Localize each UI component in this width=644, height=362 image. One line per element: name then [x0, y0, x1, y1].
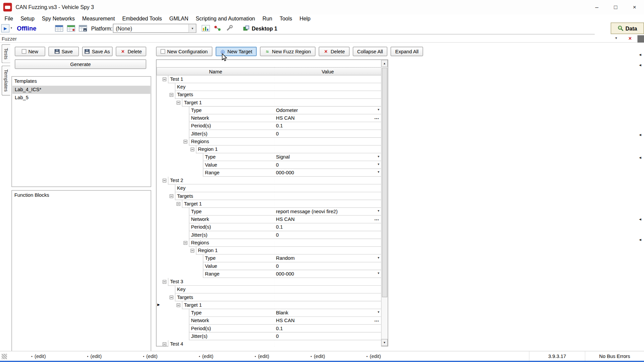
menu-gmlan[interactable]: GMLAN [166, 14, 192, 23]
grid-name-cell[interactable]: Jitter(s) [189, 333, 275, 340]
grid-name-cell[interactable]: Value [203, 262, 275, 270]
template-item-lab-5[interactable]: Lab_5 [12, 94, 150, 102]
grid-name-cell[interactable]: Jitter(s) [189, 231, 275, 239]
grid-value-cell[interactable] [274, 247, 382, 254]
grid-name-cell[interactable]: Key [175, 286, 275, 294]
button-save-as[interactable]: Save As [82, 47, 113, 56]
maximize-button[interactable]: □ [606, 0, 625, 14]
grid-name-cell[interactable]: Regions [189, 239, 275, 247]
grid-name-cell[interactable]: Type [189, 208, 275, 216]
grid-value-cell[interactable] [274, 340, 382, 347]
collapse-toggle-icon[interactable] [183, 140, 187, 143]
button-new[interactable]: New [15, 47, 45, 56]
scroll-down-button[interactable]: ▼ [381, 339, 388, 346]
collapse-toggle-icon[interactable] [170, 93, 173, 97]
grid-name-cell[interactable]: Period(s) [189, 325, 275, 333]
dropdown-arrow-icon[interactable]: ▼ [377, 155, 380, 158]
grid-name-cell[interactable]: Test 4 [168, 340, 275, 347]
grid-value-cell[interactable] [274, 301, 382, 309]
collapse-toggle-icon[interactable] [177, 202, 180, 206]
grid-name-cell[interactable]: Type [203, 255, 275, 262]
dock-left-arrow-icon[interactable]: ◀ [639, 64, 641, 67]
collapse-toggle-icon[interactable] [170, 194, 173, 198]
grid-value-cell[interactable] [274, 145, 382, 153]
template-item-lab-4-ics[interactable]: Lab_4_ICS* [12, 86, 150, 94]
grid-value-cell[interactable]: 0 [274, 262, 382, 270]
grid-name-cell[interactable]: Key [175, 83, 275, 91]
setup-hardware-button[interactable] [224, 23, 235, 33]
menu-embedded-tools[interactable]: Embedded Tools [118, 14, 165, 23]
collapse-toggle-icon[interactable] [163, 77, 166, 81]
column-header-value[interactable]: Value [274, 67, 382, 75]
tab-templates[interactable]: Templates [2, 66, 10, 96]
grid-value-cell[interactable] [274, 239, 382, 247]
ellipsis-button[interactable]: … [374, 317, 380, 322]
menu-run[interactable]: Run [259, 14, 276, 23]
run-options-caret-icon[interactable]: ▾ [11, 26, 12, 29]
spy-networks-grid-button[interactable] [54, 23, 64, 33]
grid-value-cell[interactable]: 0.1 [274, 122, 382, 130]
grid-name-cell[interactable]: Network [189, 317, 275, 324]
grid-value-cell[interactable]: 0.1 [274, 325, 382, 333]
collapse-toggle-icon[interactable] [163, 280, 166, 284]
platform-dropdown-arrow-icon[interactable]: ▼ [189, 24, 196, 32]
grid-value-cell[interactable]: 000-000▼ [274, 169, 382, 177]
dock-left-arrow-icon[interactable]: ◀ [639, 156, 641, 160]
collapse-toggle-icon[interactable] [170, 296, 173, 299]
grid-value-cell[interactable] [274, 177, 382, 184]
fuzzer-close-icon[interactable]: × [626, 35, 634, 42]
grid-name-cell[interactable]: Targets [175, 192, 275, 200]
dropdown-arrow-icon[interactable]: ▼ [377, 209, 380, 213]
grid-name-cell[interactable]: Period(s) [189, 224, 275, 231]
dropdown-arrow-icon[interactable]: ▼ [377, 311, 380, 314]
menu-setup[interactable]: Setup [17, 14, 38, 23]
grid-value-cell[interactable] [274, 99, 382, 107]
close-button[interactable]: × [625, 0, 644, 14]
grid-value-cell[interactable] [274, 192, 382, 200]
status-edit-6[interactable]: •(edit) [311, 351, 367, 361]
grid-value-cell[interactable]: 0.1 [274, 224, 382, 231]
grid-name-cell[interactable]: Type [189, 309, 275, 317]
status-edit-3[interactable]: •(edit) [143, 351, 199, 361]
status-edit-5[interactable]: •(edit) [255, 351, 311, 361]
grid-name-cell[interactable]: Period(s) [189, 122, 275, 130]
dropdown-arrow-icon[interactable]: ▼ [377, 272, 380, 275]
function-blocks-button[interactable] [212, 23, 223, 33]
graphical-panels-button[interactable] [201, 23, 211, 33]
status-edit-7[interactable]: •(edit) [366, 351, 422, 361]
grid-value-cell[interactable] [274, 83, 382, 91]
grid-scrollbar[interactable] [381, 67, 388, 340]
grid-name-cell[interactable]: Range [203, 270, 275, 278]
button-save[interactable]: Save [48, 47, 79, 56]
button-new-fuzz-region[interactable]: ≈New Fuzz Region [260, 47, 315, 56]
tab-tests[interactable]: Tests [2, 44, 10, 63]
ellipsis-button[interactable]: … [374, 216, 380, 221]
platform-select[interactable]: (None) ▼ [113, 24, 197, 33]
button-delete[interactable]: ×Delete [116, 47, 146, 56]
grid-name-cell[interactable]: Network [189, 114, 275, 122]
grid-name-cell[interactable]: Test 2 [168, 177, 275, 184]
dropdown-arrow-icon[interactable]: ▼ [377, 108, 380, 111]
button-delete[interactable]: ×Delete [319, 47, 349, 56]
scroll-up-button[interactable]: ▲ [381, 60, 388, 67]
grid-name-cell[interactable]: Test 3 [168, 278, 275, 286]
grid-value-cell[interactable]: Blank▼ [274, 309, 382, 317]
collapse-toggle-icon[interactable] [177, 101, 180, 105]
grid-value-cell[interactable]: HS CAN… [274, 216, 382, 223]
grid-name-cell[interactable]: Regions [189, 138, 275, 145]
collapse-toggle-icon[interactable] [191, 249, 194, 252]
menu-measurement[interactable]: Measurement [78, 14, 118, 23]
grid-name-cell[interactable]: Value [203, 161, 275, 169]
grid-value-cell[interactable] [274, 91, 382, 99]
grid-name-cell[interactable]: Network [189, 216, 275, 223]
grid-name-cell[interactable]: Type [203, 153, 275, 161]
collapse-toggle-icon[interactable] [163, 342, 166, 346]
grid-name-cell[interactable]: Region 1 [196, 247, 275, 254]
grid-name-cell[interactable]: Targets [175, 91, 275, 99]
grid-value-cell[interactable]: 0 [274, 130, 382, 138]
collapse-toggle-icon[interactable] [183, 241, 187, 245]
grid-value-cell[interactable] [274, 75, 382, 83]
grid-value-cell[interactable] [274, 286, 382, 294]
menu-scripting-and-automation[interactable]: Scripting and Automation [192, 14, 259, 23]
dropdown-arrow-icon[interactable]: ▼ [377, 256, 380, 259]
